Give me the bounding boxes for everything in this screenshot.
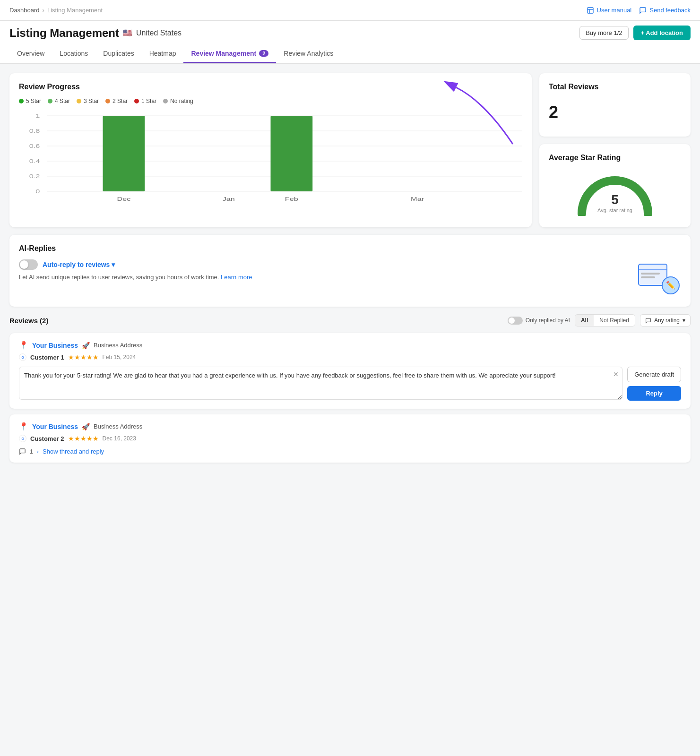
legend-norating: No rating xyxy=(163,98,193,104)
rating-filter[interactable]: Any rating ▾ xyxy=(640,314,691,326)
review-progress-title: Review Progress xyxy=(19,83,522,91)
thread-count-2: 1 xyxy=(30,448,33,455)
gauge-container: 5 Avg. star rating xyxy=(549,169,681,218)
review-date-1: Feb 15, 2024 xyxy=(103,354,136,361)
legend-4star: 4 Star xyxy=(48,98,70,104)
stars-2: ★★★★★ xyxy=(68,435,99,442)
svg-rect-24 xyxy=(641,273,660,275)
reply-textarea-wrapper-1: ✕ xyxy=(19,367,622,401)
user-manual-link[interactable]: User manual xyxy=(587,7,632,14)
svg-text:Jan: Jan xyxy=(223,196,235,202)
svg-text:Feb: Feb xyxy=(285,196,298,202)
svg-rect-15 xyxy=(103,116,145,191)
reviews-filters: Only replied by AI All Not Replied Any r… xyxy=(508,314,691,326)
review-item-2: 📍 Your Business 🚀 Business Address G Cus… xyxy=(9,414,691,463)
svg-rect-16 xyxy=(271,116,313,191)
svg-text:0.4: 0.4 xyxy=(29,158,40,164)
reply-button-1[interactable]: Reply xyxy=(627,386,681,401)
review-management-badge: 2 xyxy=(259,50,268,57)
breadcrumb: Dashboard › Listing Management xyxy=(9,7,103,14)
reply-box-1: ✕ Generate draft Reply xyxy=(19,367,681,401)
tab-review-analytics[interactable]: Review Analytics xyxy=(276,45,341,63)
stars-1: ★★★★★ xyxy=(68,353,99,361)
bar-chart: 1 0.8 0.6 0.4 0.2 0 Dec Jan Feb Mar xyxy=(19,111,522,206)
main-content: Review Progress 5 Star 4 Star 3 Star xyxy=(0,64,700,478)
legend-dot-3star xyxy=(77,99,81,103)
svg-rect-25 xyxy=(641,276,655,278)
title-text: Listing Management xyxy=(9,26,119,40)
thread-icon-2 xyxy=(19,448,26,455)
legend-dot-4star xyxy=(48,99,52,103)
tab-overview[interactable]: Overview xyxy=(9,45,52,63)
review-meta-1: G Customer 1 ★★★★★ Feb 15, 2024 xyxy=(19,353,681,361)
breadcrumb-separator: › xyxy=(43,7,44,14)
filter-tabs: All Not Replied xyxy=(575,314,635,326)
svg-text:0: 0 xyxy=(35,189,40,195)
close-icon-1[interactable]: ✕ xyxy=(613,370,619,378)
feedback-icon xyxy=(639,7,647,14)
tab-review-management[interactable]: Review Management 2 xyxy=(183,45,276,63)
google-icon-1: G xyxy=(19,353,26,361)
total-reviews-title: Total Reviews xyxy=(549,83,681,91)
ai-replies-card: AI-Replies Auto-reply to reviews ▾ Let A… xyxy=(9,235,691,307)
svg-text:✏️: ✏️ xyxy=(666,281,675,290)
svg-text:Dec: Dec xyxy=(117,196,130,202)
legend-dot-2star xyxy=(105,99,110,103)
generate-draft-button-1[interactable]: Generate draft xyxy=(627,367,681,382)
review-date-2: Dec 16, 2023 xyxy=(103,435,136,442)
chart-svg: 1 0.8 0.6 0.4 0.2 0 Dec Jan Feb Mar xyxy=(19,111,522,206)
business-emoji-1: 🚀 xyxy=(82,342,90,349)
header-buttons: Buy more 1/2 + Add location xyxy=(579,26,691,40)
average-rating-title: Average Star Rating xyxy=(549,154,681,162)
learn-more-link[interactable]: Learn more xyxy=(221,274,252,281)
show-thread-link-2[interactable]: Show thread and reply xyxy=(43,448,104,455)
tab-heatmap[interactable]: Heatmap xyxy=(142,45,184,63)
breadcrumb-dashboard[interactable]: Dashboard xyxy=(9,7,40,14)
add-location-button[interactable]: + Add location xyxy=(633,26,691,40)
legend-5star: 5 Star xyxy=(19,98,41,104)
svg-text:1: 1 xyxy=(35,113,40,119)
customer-name-2: Customer 2 xyxy=(30,435,64,442)
customer-name-1: Customer 1 xyxy=(30,354,64,361)
stats-column: Total Reviews 2 Average Star Rating 5 Av… xyxy=(539,73,691,227)
review-progress-card: Review Progress 5 Star 4 Star 3 Star xyxy=(9,73,532,227)
business-name-1: Your Business xyxy=(32,342,78,349)
business-address-2: Business Address xyxy=(94,423,142,430)
reviews-section: Reviews (2) Only replied by AI All Not R… xyxy=(9,314,691,463)
filter-not-replied[interactable]: Not Replied xyxy=(594,315,635,326)
ai-replies-inner: Auto-reply to reviews ▾ Let AI send uniq… xyxy=(19,259,681,297)
reviews-header: Reviews (2) Only replied by AI All Not R… xyxy=(9,314,691,326)
chevron-right-icon: › xyxy=(37,448,39,455)
reviews-title: Reviews xyxy=(9,317,38,325)
legend-dot-norating xyxy=(163,99,168,103)
ai-replies-left: Auto-reply to reviews ▾ Let AI send uniq… xyxy=(19,259,634,281)
legend-dot-5star xyxy=(19,99,24,103)
only-ai-toggle[interactable] xyxy=(508,317,523,325)
nav-tabs: Overview Locations Duplicates Heatmap Re… xyxy=(9,45,691,63)
total-reviews-card: Total Reviews 2 xyxy=(539,73,691,137)
toggle-knob xyxy=(20,260,28,269)
top-actions: User manual Send feedback xyxy=(587,7,691,14)
ai-illustration: ✏️ xyxy=(634,259,681,297)
average-rating-card: Average Star Rating 5 Avg. star rating xyxy=(539,144,691,227)
top-bar: Dashboard › Listing Management User manu… xyxy=(0,0,700,21)
business-address-1: Business Address xyxy=(94,342,142,349)
only-ai-label: Only replied by AI xyxy=(526,317,570,324)
tab-locations[interactable]: Locations xyxy=(52,45,95,63)
header-bar: Listing Management 🇺🇸 United States Buy … xyxy=(0,21,700,64)
legend-dot-1star xyxy=(134,99,139,103)
auto-reply-toggle[interactable] xyxy=(19,259,38,270)
total-reviews-count: 2 xyxy=(549,98,681,127)
send-feedback-link[interactable]: Send feedback xyxy=(639,7,691,14)
reply-textarea-1[interactable] xyxy=(19,367,622,400)
flag-icon: 🇺🇸 xyxy=(123,28,132,37)
only-ai-toggle-row: Only replied by AI xyxy=(508,317,570,325)
country-label: United States xyxy=(136,29,181,37)
buy-more-button[interactable]: Buy more 1/2 xyxy=(579,26,628,40)
location-icon-1: 📍 xyxy=(19,341,28,350)
header-top: Listing Management 🇺🇸 United States Buy … xyxy=(9,26,691,40)
tab-duplicates[interactable]: Duplicates xyxy=(95,45,141,63)
review-item-1: 📍 Your Business 🚀 Business Address G Cus… xyxy=(9,333,691,409)
filter-all[interactable]: All xyxy=(575,315,594,326)
auto-reply-label[interactable]: Auto-reply to reviews ▾ xyxy=(43,261,115,268)
